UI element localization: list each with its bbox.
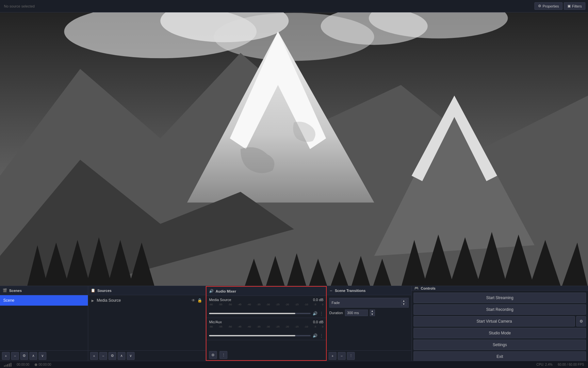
no-source-label: No source selected xyxy=(4,4,35,8)
audio-mixer-panel: 🔊 Audio Mixer Media Source 0.0 dB -60-55… xyxy=(206,286,327,361)
preview-video xyxy=(0,12,588,286)
status-dot-record: 00:00:00 xyxy=(35,363,51,366)
audio-volume-slider-media[interactable] xyxy=(209,313,311,314)
settings-button[interactable]: Settings xyxy=(414,340,586,350)
status-time1: 00:00:00 xyxy=(17,363,29,366)
controls-panel: 🎮 Controls Start Streaming Start Recordi… xyxy=(412,286,588,361)
spinbox-up[interactable]: ▲ xyxy=(401,299,406,303)
audio-track-mic: Mic/Aux 0.0 dB -60-55-50-45-40-35-30-25-… xyxy=(206,318,326,340)
main-area: No source selected ⚙ Properties ▣ Filter… xyxy=(0,0,588,286)
scenes-list: Scene xyxy=(0,295,88,350)
add-scene-button[interactable]: + xyxy=(2,352,10,360)
sources-footer: + − ⚙ ∧ ∨ xyxy=(88,350,205,361)
start-streaming-button[interactable]: Start Streaming xyxy=(414,293,586,303)
duration-input[interactable] xyxy=(345,310,368,316)
audio-volume-slider-mic[interactable] xyxy=(209,335,311,336)
gear-icon: ⚙ xyxy=(538,4,541,8)
properties-bar: No source selected ⚙ Properties ▣ Filter… xyxy=(0,0,588,12)
audio-meter-bg-mic xyxy=(209,329,323,331)
remove-scene-button[interactable]: − xyxy=(11,352,19,360)
exit-button[interactable]: Exit xyxy=(414,351,586,362)
properties-button[interactable]: ⚙ Properties xyxy=(534,2,563,10)
audio-menu-button[interactable]: ⋮ xyxy=(220,351,227,359)
controls-icon: 🎮 xyxy=(414,286,419,290)
sources-panel-header: 📋 Sources xyxy=(88,286,205,295)
remove-source-button[interactable]: − xyxy=(99,352,107,360)
studio-mode-button[interactable]: Studio Mode xyxy=(414,328,586,338)
sources-icon: 📋 xyxy=(91,288,95,293)
controls-content: Start Streaming Start Recording Start Vi… xyxy=(412,291,588,364)
signal-bar-1 xyxy=(4,365,5,367)
signal-bar-5 xyxy=(10,363,11,367)
scene-down-button[interactable]: ∨ xyxy=(39,352,46,360)
transition-type-select[interactable]: Fade ▲ ▼ xyxy=(329,298,409,308)
scenes-panel-header: 🎬 Scenes xyxy=(0,286,88,295)
audio-menu-mic[interactable]: ⋮ xyxy=(319,333,323,338)
signal-bar-2 xyxy=(6,365,7,367)
scene-transitions-panel: ↔ Scene Transitions Fade ▲ ▼ Duration ▲ … xyxy=(327,286,412,361)
scene-up-button[interactable]: ∧ xyxy=(29,352,37,360)
spinbox-down[interactable]: ▼ xyxy=(401,303,406,306)
scene-settings-button[interactable]: ⚙ xyxy=(20,352,28,360)
source-up-button[interactable]: ∧ xyxy=(118,352,125,360)
status-bar: 00:00:00 00:00:00 CPU: 2.4% 60.00 / 60.0… xyxy=(0,361,588,368)
play-icon: ▶ xyxy=(91,299,94,302)
lock-icon[interactable]: 🔒 xyxy=(197,298,202,303)
source-down-button[interactable]: ∨ xyxy=(127,352,135,360)
signal-bar-4 xyxy=(9,363,10,367)
audio-icon: 🔊 xyxy=(209,289,214,293)
start-virtual-camera-button[interactable]: Start Virtual Camera xyxy=(414,316,575,327)
audio-scale-mic: -60-55-50-45-40-35-30-25-20-15-10-50 xyxy=(209,325,323,328)
audio-meter-mic xyxy=(209,329,323,332)
duration-spinbox: ▲ ▼ xyxy=(370,310,375,316)
volume-icon-media: 🔊 xyxy=(313,311,318,316)
audio-controls-media: 🔊 ⋮ xyxy=(209,311,323,316)
scene-item[interactable]: Scene xyxy=(0,295,88,306)
source-icons: 👁 🔒 xyxy=(191,298,202,303)
scenes-icon: 🎬 xyxy=(3,288,7,293)
filters-button[interactable]: ▣ Filters xyxy=(564,2,585,10)
add-source-button[interactable]: + xyxy=(90,352,98,360)
virtual-camera-settings-button[interactable]: ⚙ xyxy=(576,316,586,327)
audio-controls-mic: 🔊 ⋮ xyxy=(209,333,323,338)
signal-bar-3 xyxy=(7,364,8,367)
eye-icon[interactable]: 👁 xyxy=(191,298,195,303)
source-item[interactable]: ▶ Media Source 👁 🔒 xyxy=(88,295,205,306)
virtual-camera-row: Start Virtual Camera ⚙ xyxy=(414,316,586,327)
audio-mixer-header: 🔊 Audio Mixer xyxy=(206,287,326,296)
bottom-panels: 🎬 Scenes Scene + − ⚙ ∧ ∨ 📋 Sources ▶ Med… xyxy=(0,286,588,361)
duration-spinbox-down[interactable]: ▼ xyxy=(370,313,375,316)
audio-mixer-footer: ⚙ ⋮ xyxy=(206,350,326,360)
audio-track-media: Media Source 0.0 dB -60-55-50-45-40-35-3… xyxy=(206,296,326,318)
audio-track-header-media: Media Source 0.0 dB xyxy=(209,298,323,302)
sources-list: ▶ Media Source 👁 🔒 xyxy=(88,295,205,350)
preview-area: No source selected ⚙ Properties ▣ Filter… xyxy=(0,0,588,286)
duration-row: Duration ▲ ▼ xyxy=(329,310,409,316)
source-settings-button[interactable]: ⚙ xyxy=(108,352,116,360)
audio-meter-cover-media xyxy=(209,307,323,309)
start-recording-button[interactable]: Start Recording xyxy=(414,304,586,315)
transitions-content: Fade ▲ ▼ Duration ▲ ▼ xyxy=(327,295,411,350)
transitions-icon: ↔ xyxy=(329,289,333,293)
transition-menu-button[interactable]: ⋮ xyxy=(347,352,355,360)
remove-transition-button[interactable]: − xyxy=(338,352,346,360)
audio-slider-fill-mic xyxy=(209,335,295,336)
add-transition-button[interactable]: + xyxy=(329,352,336,360)
audio-slider-fill-media xyxy=(209,313,295,314)
spinbox: ▲ ▼ xyxy=(401,299,406,306)
scenes-footer: + − ⚙ ∧ ∨ xyxy=(0,350,88,361)
audio-meter-bg-media xyxy=(209,307,323,309)
transitions-footer: + − ⋮ xyxy=(327,350,411,361)
controls-header: 🎮 Controls xyxy=(412,286,588,291)
record-dot xyxy=(35,363,37,366)
volume-icon-mic: 🔊 xyxy=(313,333,318,338)
status-fps: 60.00 / 60.00 FPS xyxy=(558,363,584,366)
audio-settings-button[interactable]: ⚙ xyxy=(209,351,217,359)
sources-panel: 📋 Sources ▶ Media Source 👁 🔒 + − ⚙ ∧ ∨ xyxy=(88,286,206,361)
duration-spinbox-up[interactable]: ▲ xyxy=(370,310,375,313)
signal-bars xyxy=(4,363,11,367)
audio-track-header-mic: Mic/Aux 0.0 dB xyxy=(209,320,323,324)
scenes-panel: 🎬 Scenes Scene + − ⚙ ∧ ∨ xyxy=(0,286,88,361)
mountain-preview xyxy=(0,12,588,286)
audio-menu-media[interactable]: ⋮ xyxy=(319,311,323,316)
